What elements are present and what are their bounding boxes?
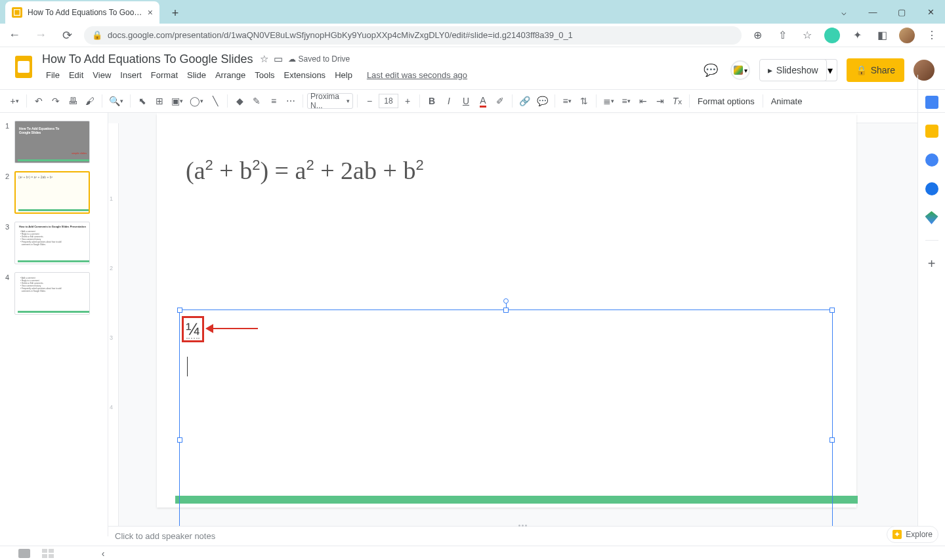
resize-handle[interactable] bbox=[177, 437, 182, 443]
menu-view[interactable]: View bbox=[89, 69, 115, 81]
thumbnail-1[interactable]: How To Add Equations To Google Slides si… bbox=[14, 121, 90, 163]
close-window-icon[interactable]: ✕ bbox=[916, 0, 945, 24]
maps-icon[interactable] bbox=[925, 211, 938, 224]
highlight-icon[interactable]: ✐ bbox=[492, 92, 508, 110]
border-weight-icon[interactable]: ≡ bbox=[266, 92, 282, 110]
insert-comment-icon[interactable]: 💬 bbox=[534, 92, 551, 110]
calendar-icon[interactable] bbox=[925, 96, 938, 109]
paint-format-icon[interactable]: 🖌 bbox=[82, 92, 98, 110]
extensions-puzzle-icon[interactable]: ✦ bbox=[849, 28, 865, 43]
share-button[interactable]: 🔒 Share bbox=[847, 58, 904, 82]
notes-resize-grip[interactable] bbox=[513, 525, 533, 527]
menu-slide[interactable]: Slide bbox=[183, 69, 210, 81]
chrome-menu-icon[interactable]: ⋮ bbox=[924, 28, 940, 43]
new-tab-button[interactable]: + bbox=[166, 4, 184, 22]
menu-edit[interactable]: Edit bbox=[65, 69, 87, 81]
thumbnail-3[interactable]: How to Add Comments to Google Slides Pre… bbox=[14, 222, 90, 264]
last-edit-status[interactable]: Last edit was seconds ago bbox=[363, 69, 471, 81]
menu-tools[interactable]: Tools bbox=[251, 69, 278, 81]
tasks-icon[interactable] bbox=[925, 153, 938, 167]
select-tool-icon[interactable]: ⬉ bbox=[135, 92, 150, 110]
bullet-list-icon[interactable]: ≣▾ bbox=[600, 92, 617, 110]
menu-arrange[interactable]: Arrange bbox=[211, 69, 249, 81]
browser-tab[interactable]: How To Add Equations To Google × bbox=[5, 1, 159, 24]
collapse-thumbs-icon[interactable]: ‹ bbox=[96, 548, 110, 559]
filmstrip-view-icon[interactable] bbox=[18, 549, 30, 558]
equation-text[interactable]: (a2 + b2) = a2 + 2ab + b2 bbox=[186, 156, 424, 185]
contacts-icon[interactable] bbox=[925, 182, 938, 195]
explore-button[interactable]: ✦ Explore bbox=[887, 526, 938, 543]
fill-color-icon[interactable]: ◆ bbox=[232, 92, 247, 110]
font-family-select[interactable]: Proxima N...▾ bbox=[307, 93, 353, 109]
numbered-list-icon[interactable]: ≡▾ bbox=[618, 92, 634, 110]
slide-thumbnails[interactable]: 1 How To Add Equations To Google Slides … bbox=[0, 113, 108, 536]
forward-icon[interactable]: → bbox=[32, 26, 50, 45]
increase-indent-icon[interactable]: ⇥ bbox=[652, 92, 668, 110]
share-page-icon[interactable]: ⇧ bbox=[774, 28, 790, 43]
slide-canvas-area[interactable]: 1 2 3 4 5 6 7 8 9 1 2 3 4 (a2 + b2) = a2… bbox=[108, 113, 917, 536]
insert-link-icon[interactable]: 🔗 bbox=[516, 92, 533, 110]
add-addon-icon[interactable]: + bbox=[928, 256, 936, 271]
line-tool-icon[interactable]: ╲ bbox=[207, 92, 223, 110]
resize-handle[interactable] bbox=[830, 308, 835, 313]
star-icon[interactable]: ☆ bbox=[260, 53, 268, 65]
grid-view-icon[interactable] bbox=[42, 549, 54, 558]
thumbnail-4[interactable]: • Add a comment• Reply to a comment• Del… bbox=[14, 272, 90, 315]
move-folder-icon[interactable]: ▭ bbox=[274, 53, 283, 65]
line-spacing-icon[interactable]: ⇅ bbox=[576, 92, 592, 110]
textbox-tool-icon[interactable]: ⊞ bbox=[152, 92, 167, 110]
clear-formatting-icon[interactable]: Tx bbox=[669, 92, 685, 110]
slideshow-button[interactable]: ▸ Slideshow bbox=[759, 59, 827, 81]
selected-textbox[interactable] bbox=[179, 310, 833, 536]
menu-help[interactable]: Help bbox=[331, 69, 356, 81]
font-size-input[interactable]: 18 bbox=[379, 94, 398, 108]
new-slide-button[interactable]: +▾ bbox=[7, 92, 22, 110]
thumbnail-2[interactable]: (a² + b²) = a² + 2ab + b² bbox=[14, 171, 90, 214]
resize-handle[interactable] bbox=[830, 437, 835, 443]
document-title[interactable]: How To Add Equations To Google Slides bbox=[42, 52, 253, 66]
redo-icon[interactable]: ↷ bbox=[48, 92, 64, 110]
resize-handle[interactable] bbox=[503, 308, 509, 313]
keep-icon[interactable] bbox=[925, 125, 938, 138]
chevron-down-icon[interactable]: ⌵ bbox=[830, 0, 858, 24]
underline-icon[interactable]: U bbox=[458, 92, 474, 110]
bold-icon[interactable]: B bbox=[424, 92, 440, 110]
reload-icon[interactable]: ⟳ bbox=[58, 26, 76, 45]
menu-file[interactable]: File bbox=[42, 69, 64, 81]
minimize-icon[interactable]: — bbox=[858, 0, 887, 24]
border-dash-icon[interactable]: ⋯ bbox=[283, 92, 299, 110]
menu-format[interactable]: Format bbox=[147, 69, 182, 81]
italic-icon[interactable]: I bbox=[441, 92, 457, 110]
align-icon[interactable]: ≡▾ bbox=[559, 92, 575, 110]
saved-status[interactable]: ☁ Saved to Drive bbox=[288, 54, 350, 64]
shape-tool-icon[interactable]: ◯▾ bbox=[187, 92, 206, 110]
undo-icon[interactable]: ↶ bbox=[31, 92, 47, 110]
address-bar[interactable]: 🔒 docs.google.com/presentation/d/1waQN0V… bbox=[84, 26, 742, 45]
zoom-search-icon[interactable]: ⊕ bbox=[749, 28, 765, 43]
border-color-icon[interactable]: ✎ bbox=[249, 92, 264, 110]
image-tool-icon[interactable]: ▣▾ bbox=[169, 92, 186, 110]
slides-logo-icon[interactable] bbox=[10, 54, 37, 80]
extension-icon[interactable] bbox=[824, 28, 840, 43]
text-color-icon[interactable]: A bbox=[475, 92, 491, 110]
back-icon[interactable]: ← bbox=[5, 26, 24, 45]
font-size-increase[interactable]: + bbox=[400, 92, 415, 110]
print-icon[interactable]: 🖶 bbox=[65, 92, 81, 110]
maximize-icon[interactable]: ▢ bbox=[887, 0, 916, 24]
menu-extensions[interactable]: Extensions bbox=[280, 69, 330, 81]
animate-button[interactable]: Animate bbox=[767, 96, 807, 106]
menu-insert[interactable]: Insert bbox=[116, 69, 146, 81]
bookmark-star-icon[interactable]: ☆ bbox=[799, 28, 815, 43]
speaker-notes[interactable]: Click to add speaker notes bbox=[108, 526, 917, 546]
browser-profile-avatar[interactable] bbox=[899, 28, 915, 43]
rotate-handle[interactable] bbox=[503, 298, 509, 304]
decrease-indent-icon[interactable]: ⇤ bbox=[635, 92, 651, 110]
comment-history-icon[interactable]: 💬 bbox=[700, 60, 721, 81]
tab-close-icon[interactable]: × bbox=[148, 7, 153, 18]
zoom-dropdown[interactable]: 🔍▾ bbox=[106, 92, 126, 110]
meet-icon[interactable]: ▾ bbox=[730, 60, 750, 80]
font-size-decrease[interactable]: − bbox=[362, 92, 377, 110]
slideshow-dropdown[interactable]: ▾ bbox=[824, 59, 837, 81]
resize-handle[interactable] bbox=[177, 308, 182, 313]
format-options-button[interactable]: Format options bbox=[694, 96, 759, 106]
